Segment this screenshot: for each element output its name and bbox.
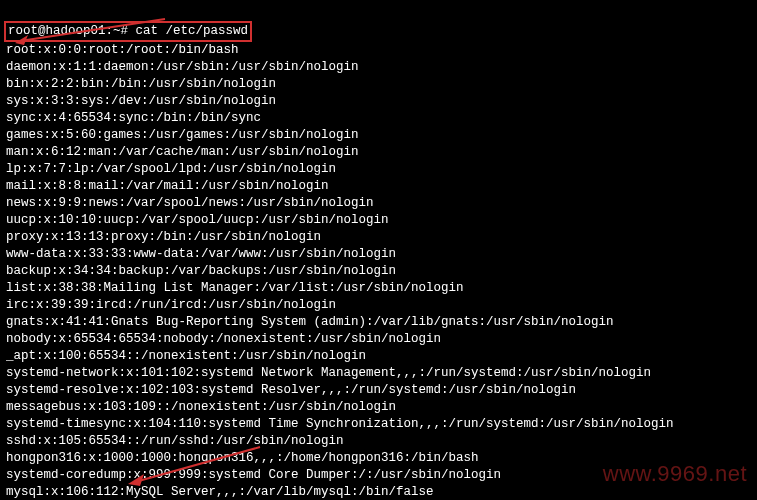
output-line: gnats:x:41:41:Gnats Bug-Reporting System… — [6, 314, 751, 331]
output-line: bin:x:2:2:bin:/bin:/usr/sbin/nologin — [6, 76, 751, 93]
output-line: mail:x:8:8:mail:/var/mail:/usr/sbin/nolo… — [6, 178, 751, 195]
output-line: list:x:38:38:Mailing List Manager:/var/l… — [6, 280, 751, 297]
output-line: sys:x:3:3:sys:/dev:/usr/sbin/nologin — [6, 93, 751, 110]
output-line: daemon:x:1:1:daemon:/usr/sbin:/usr/sbin/… — [6, 59, 751, 76]
output-line: backup:x:34:34:backup:/var/backups:/usr/… — [6, 263, 751, 280]
output-line: sync:x:4:65534:sync:/bin:/bin/sync — [6, 110, 751, 127]
output-line: irc:x:39:39:ircd:/run/ircd:/usr/sbin/nol… — [6, 297, 751, 314]
output-line: _apt:x:100:65534::/nonexistent:/usr/sbin… — [6, 348, 751, 365]
output-line: news:x:9:9:news:/var/spool/news:/usr/sbi… — [6, 195, 751, 212]
output-line: games:x:5:60:games:/usr/games:/usr/sbin/… — [6, 127, 751, 144]
command-highlight: root@hadoop01:~# cat /etc/passwd — [4, 21, 252, 42]
output-line: messagebus:x:103:109::/nonexistent:/usr/… — [6, 399, 751, 416]
output-line: systemd-coredump:x:999:999:systemd Core … — [6, 467, 751, 484]
output-line: www-data:x:33:33:www-data:/var/www:/usr/… — [6, 246, 751, 263]
output-line: root:x:0:0:root:/root:/bin/bash — [6, 42, 751, 59]
output-line: hongpon316:x:1000:1000:hongpon316,,,:/ho… — [6, 450, 751, 467]
output-line: nobody:x:65534:65534:nobody:/nonexistent… — [6, 331, 751, 348]
output-line: lp:x:7:7:lp:/var/spool/lpd:/usr/sbin/nol… — [6, 161, 751, 178]
output-line: proxy:x:13:13:proxy:/bin:/usr/sbin/nolog… — [6, 229, 751, 246]
output-line: man:x:6:12:man:/var/cache/man:/usr/sbin/… — [6, 144, 751, 161]
output-line: systemd-resolve:x:102:103:systemd Resolv… — [6, 382, 751, 399]
output-line: systemd-network:x:101:102:systemd Networ… — [6, 365, 751, 382]
output-line: sshd:x:105:65534::/run/sshd:/usr/sbin/no… — [6, 433, 751, 450]
output-line: uucp:x:10:10:uucp:/var/spool/uucp:/usr/s… — [6, 212, 751, 229]
prompt-line: root@hadoop01:~# cat /etc/passwd — [6, 21, 751, 42]
terminal-output[interactable]: root@hadoop01:~# cat /etc/passwdroot:x:0… — [6, 4, 751, 500]
output-line: systemd-timesync:x:104:110:systemd Time … — [6, 416, 751, 433]
output-line: mysql:x:106:112:MySQL Server,,,:/var/lib… — [6, 484, 751, 500]
